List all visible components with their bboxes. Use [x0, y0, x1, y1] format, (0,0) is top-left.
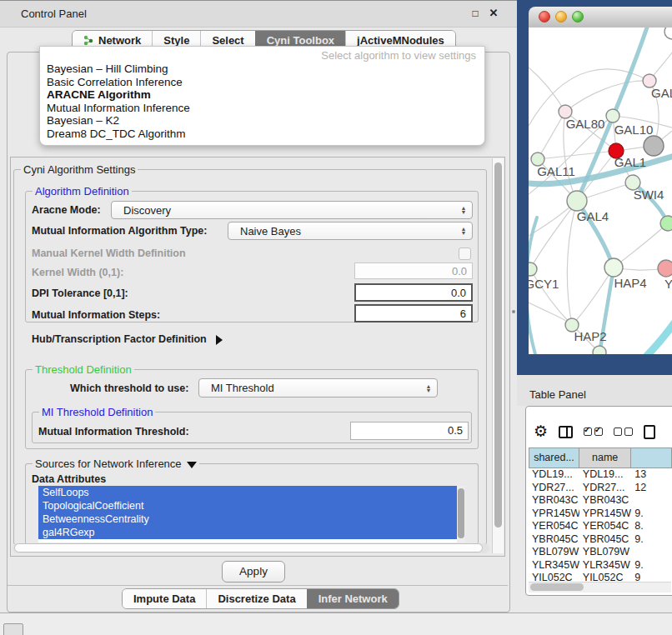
table-cell: YDR27...	[529, 482, 579, 495]
data-attributes-list[interactable]: SelfLoopsTopologicalCoefficientBetweenne…	[38, 486, 457, 542]
disclosure-triangle-icon	[216, 335, 223, 345]
node-label: GAL	[651, 86, 672, 100]
network-node[interactable]	[593, 346, 606, 354]
settings-vertical-scrollbar[interactable]	[492, 158, 504, 553]
aracne-mode-select[interactable]: Discovery ▲▼	[111, 201, 473, 219]
node-label: GCY1	[529, 277, 559, 291]
scrollbar-thumb[interactable]	[14, 543, 483, 552]
table-column-header[interactable]: shared...	[529, 448, 579, 468]
columns-icon[interactable]	[559, 426, 573, 438]
algorithm-dropdown-item[interactable]: Dream8 DC_TDC Algorithm	[40, 128, 484, 141]
kernel-width-field[interactable]: 0.0	[354, 262, 473, 279]
table-row[interactable]: YDR27...YDR27...12	[529, 482, 672, 495]
table-row[interactable]: YER054CYER054C8.	[529, 520, 672, 533]
which-threshold-select[interactable]: MI Threshold ▲▼	[198, 378, 438, 398]
network-node[interactable]	[664, 28, 672, 39]
algorithm-dropdown-items: Bayesian – Hill ClimbingBasic Correlatio…	[40, 62, 484, 140]
table-horizontal-scrollbar[interactable]	[529, 582, 671, 592]
minimize-traffic-light[interactable]	[555, 11, 567, 22]
network-node[interactable]	[606, 109, 619, 122]
algorithm-dropdown-item[interactable]: ARACNE Algorithm	[40, 88, 484, 102]
float-panel-icon[interactable]: □	[469, 7, 482, 20]
network-edge[interactable]	[567, 201, 577, 325]
manual-kernel-checkbox[interactable]	[459, 248, 471, 260]
network-edge[interactable]	[538, 112, 565, 159]
zoom-traffic-light[interactable]	[572, 11, 584, 22]
network-node[interactable]	[567, 191, 587, 211]
mi-threshold-legend: MI Threshold Definition	[39, 406, 155, 418]
table-column-header[interactable]: name	[579, 448, 631, 468]
file-icon[interactable]	[644, 425, 655, 439]
scrollbar-thumb[interactable]	[458, 488, 464, 538]
manual-kernel-label: Manual Kernel Width Definition	[32, 248, 186, 259]
data-attribute-item[interactable]: TopologicalCoefficient	[38, 499, 457, 512]
network-edge[interactable]	[565, 81, 649, 112]
dpi-tolerance-label: DPI Tolerance [0,1]:	[32, 288, 128, 299]
minimized-panel-button[interactable]	[3, 623, 23, 635]
table-row[interactable]: YDL19...YDL19...13	[529, 468, 672, 482]
network-edge[interactable]	[538, 151, 616, 159]
tab-impute-data[interactable]: Impute Data	[123, 589, 206, 608]
scrollbar-thumb[interactable]	[530, 583, 584, 591]
table-cell: YBL079W	[579, 546, 631, 559]
network-node[interactable]	[660, 216, 672, 231]
algorithm-dropdown-item[interactable]: Bayesian – Hill Climbing	[40, 62, 484, 76]
unchecked-pair-icon[interactable]	[614, 424, 633, 439]
algorithm-dropdown-item[interactable]: Basic Correlation Inference	[40, 76, 484, 89]
tab-label: Discretize Data	[218, 592, 295, 605]
network-window-titlebar[interactable]	[529, 7, 672, 28]
network-graph: GALGAL80GAL10GAL1GAL11SWI4GAL4GCY1HAP4YH…	[529, 28, 672, 354]
algorithm-dropdown-item[interactable]: Mutual Information Inference	[40, 102, 484, 115]
table-row[interactable]: YBL079WYBL079W	[529, 546, 672, 559]
network-canvas[interactable]: GALGAL80GAL10GAL1GAL11SWI4GAL4GCY1HAP4YH…	[529, 28, 672, 354]
network-node[interactable]	[644, 136, 664, 156]
network-node[interactable]	[658, 260, 672, 277]
checked-pair-icon[interactable]	[584, 424, 603, 439]
table-cell	[631, 494, 672, 508]
table-cell: YDL19...	[529, 468, 579, 482]
hub-definition-disclosure[interactable]: Hub/Transcription Factor Definition	[32, 333, 223, 345]
settings-horizontal-scrollbar[interactable]	[13, 543, 489, 553]
network-edge[interactable]	[529, 68, 565, 112]
network-edge[interactable]	[640, 319, 672, 354]
data-attribute-item[interactable]: BetweennessCentrality	[38, 512, 457, 526]
mi-type-value: Naive Bayes	[228, 225, 457, 238]
sources-legend[interactable]: Sources for Network Inference	[33, 458, 199, 470]
table-cell: YLR345W	[529, 559, 579, 572]
data-attribute-item[interactable]: SelfLoops	[38, 486, 457, 499]
mi-threshold-field[interactable]: 0.5	[350, 422, 469, 440]
splitter-handle[interactable]	[512, 310, 515, 313]
table-row[interactable]: YBR043CYBR043C	[529, 494, 672, 508]
tab-label: jActiveMNodules	[357, 34, 444, 47]
threshold-definition-legend: Threshold Definition	[33, 363, 134, 376]
close-traffic-light[interactable]	[539, 11, 550, 22]
table-cell: YLR345W	[579, 559, 631, 572]
tab-discretize-data[interactable]: Discretize Data	[206, 589, 306, 608]
close-panel-icon[interactable]: ✕	[487, 7, 500, 20]
network-edge[interactable]	[529, 302, 572, 325]
table-row[interactable]: YIL052CYIL052C9	[529, 572, 672, 581]
scrollbar-thumb[interactable]	[494, 162, 502, 528]
algorithm-dropdown-item[interactable]: Bayesian – K2	[40, 114, 484, 128]
attributes-scrollbar[interactable]	[457, 486, 465, 542]
bottom-tab-bar: Impute DataDiscretize DataInfer Network	[122, 588, 399, 609]
network-node[interactable]	[529, 262, 537, 276]
table-column-header[interactable]	[631, 448, 672, 468]
tab-infer-network[interactable]: Infer Network	[307, 589, 399, 608]
table-cell: YER054C	[579, 520, 631, 533]
table-cell: YIL052C	[529, 572, 579, 581]
gear-icon[interactable]: ⚙	[534, 422, 548, 441]
network-edge[interactable]	[614, 223, 668, 268]
stepper-icon: ▲▼	[422, 384, 435, 392]
data-attribute-item[interactable]: gal4RGexp	[38, 526, 457, 539]
network-node[interactable]	[604, 258, 623, 277]
tab-label: Cyni Toolbox	[267, 34, 334, 47]
table-row[interactable]: YPR145WYPR145W9.	[529, 508, 672, 521]
data-attributes-label: Data Attributes	[32, 473, 106, 485]
table-row[interactable]: YBR045CYBR045C9.	[529, 533, 672, 547]
mi-type-select[interactable]: Naive Bayes ▲▼	[228, 222, 473, 240]
dpi-tolerance-field[interactable]: 0.0	[354, 283, 473, 302]
apply-button[interactable]: Apply	[222, 561, 285, 582]
mi-steps-field[interactable]: 6	[354, 304, 473, 322]
table-row[interactable]: YLR345WYLR345W9.	[529, 559, 672, 572]
